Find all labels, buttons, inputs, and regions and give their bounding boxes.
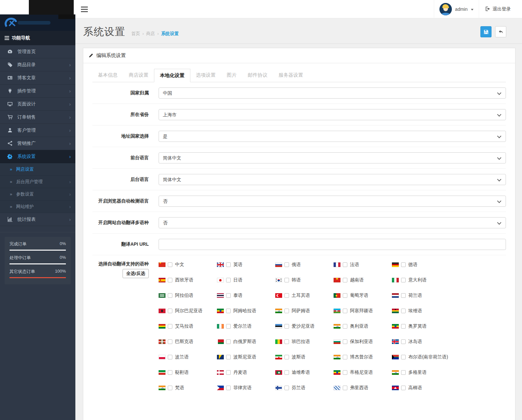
stat-value: 0% <box>60 255 66 261</box>
sidebar-submenu-settings: »网店设置»后台用户管理›»参数设置›»网站维护› <box>0 163 75 213</box>
language-checkbox-16[interactable] <box>226 309 231 313</box>
language-checkbox-37[interactable] <box>284 370 289 375</box>
language-item: 艾马拉语 <box>159 323 217 329</box>
field-select-browser-detect-language[interactable]: 否 <box>159 196 506 207</box>
field-select-frontend-language[interactable]: 简体中文 <box>159 152 506 163</box>
language-checkbox-25[interactable] <box>168 339 172 344</box>
sidebar-subitem-store-settings[interactable]: »网店设置 <box>0 163 75 176</box>
language-item: 意大利语 <box>392 277 450 283</box>
language-checkbox-4[interactable] <box>401 262 406 267</box>
language-checkbox-2[interactable] <box>284 262 289 267</box>
flag-bg-icon <box>334 339 340 344</box>
back-button[interactable] <box>495 26 506 37</box>
sidebar-item-reports[interactable]: 统计报表› <box>0 213 75 226</box>
language-checkbox-43[interactable] <box>343 386 347 390</box>
field-input-translate-api-url[interactable] <box>159 239 506 250</box>
menu-toggle-button[interactable] <box>75 0 93 18</box>
tab-images[interactable]: 图片 <box>221 69 242 82</box>
language-checkbox-18[interactable] <box>343 309 347 313</box>
language-checkbox-11[interactable] <box>226 293 231 298</box>
language-checkbox-40[interactable] <box>168 386 172 390</box>
language-checkbox-12[interactable] <box>284 293 289 298</box>
language-checkbox-6[interactable] <box>226 278 231 282</box>
language-checkbox-17[interactable] <box>284 309 289 313</box>
language-checkbox-39[interactable] <box>401 370 406 375</box>
language-label: 多格里语 <box>408 370 427 375</box>
language-checkbox-41[interactable] <box>226 386 231 390</box>
field-select-province[interactable]: 上海市 <box>159 109 506 120</box>
flag-jp-icon <box>217 278 224 282</box>
language-item: 西班牙语 <box>159 277 217 283</box>
language-checkbox-35[interactable] <box>168 370 172 375</box>
language-checkbox-32[interactable] <box>284 355 289 359</box>
sidebar-subitem-parameters[interactable]: »参数设置› <box>0 188 75 200</box>
language-checkbox-14[interactable] <box>401 293 406 298</box>
language-checkbox-5[interactable] <box>168 278 172 282</box>
language-checkbox-22[interactable] <box>284 324 289 329</box>
sidebar-item-catalog[interactable]: 商品目录› <box>0 58 75 71</box>
language-checkbox-23[interactable] <box>343 324 347 329</box>
breadcrumb-item[interactable]: 商店 <box>146 31 155 36</box>
sidebar-item-customers[interactable]: 客户管理› <box>0 124 75 137</box>
tab-options[interactable]: 选项设置 <box>190 69 221 82</box>
language-checkbox-28[interactable] <box>343 339 347 344</box>
stat-value: 100% <box>55 269 66 275</box>
language-checkbox-1[interactable] <box>226 262 231 267</box>
language-checkbox-34[interactable] <box>401 355 406 359</box>
language-checkbox-8[interactable] <box>343 278 347 282</box>
toggle-all-button[interactable]: 全选/反选 <box>123 269 149 278</box>
field-select-auto-translate[interactable]: 否 <box>159 217 506 228</box>
language-checkbox-27[interactable] <box>284 339 289 344</box>
breadcrumb: 首页›商店›系统设置 <box>131 31 179 37</box>
admin-dropdown[interactable]: admin <box>434 0 479 18</box>
sidebar-item-blog[interactable]: 博客文章› <box>0 71 75 85</box>
language-checkbox-29[interactable] <box>401 339 406 344</box>
language-checkbox-33[interactable] <box>343 355 347 359</box>
language-checkbox-24[interactable] <box>401 324 406 329</box>
sidebar-item-marketing[interactable]: 营销推广› <box>0 137 75 150</box>
flag-gh-icon <box>392 309 399 313</box>
save-button[interactable] <box>480 26 492 37</box>
sidebar-item-page-design[interactable]: 页面设计› <box>0 98 75 111</box>
language-item: 多格里语 <box>392 370 450 375</box>
sidebar-item-orders[interactable]: 订单销售› <box>0 111 75 124</box>
language-checkbox-3[interactable] <box>343 262 347 267</box>
language-checkbox-30[interactable] <box>168 355 172 359</box>
nav-bars-icon <box>5 36 9 40</box>
sidebar-subitem-admin-users[interactable]: »后台用户管理› <box>0 176 75 188</box>
language-checkbox-7[interactable] <box>284 278 289 282</box>
tab-mail[interactable]: 邮件协议 <box>242 69 273 82</box>
language-checkbox-20[interactable] <box>168 324 172 329</box>
undo-arrow-icon <box>498 29 504 35</box>
language-checkbox-0[interactable] <box>168 262 172 267</box>
field-select-backend-language[interactable]: 简体中文 <box>159 174 506 185</box>
language-checkbox-9[interactable] <box>401 278 406 282</box>
language-checkbox-31[interactable] <box>226 355 231 359</box>
tab-localization[interactable]: 本地化设置 <box>154 69 190 82</box>
language-checkbox-42[interactable] <box>284 386 289 390</box>
language-checkbox-38[interactable] <box>343 370 347 375</box>
language-checkbox-13[interactable] <box>343 293 347 298</box>
tab-basic[interactable]: 基本信息 <box>92 69 123 82</box>
sidebar-item-settings[interactable]: 系统设置› <box>0 150 75 163</box>
sidebar-item-home[interactable]: 管理首页 <box>0 45 75 58</box>
tab-server[interactable]: 服务器设置 <box>273 69 309 82</box>
field-control: 否 <box>159 217 506 228</box>
language-checkbox-44[interactable] <box>401 386 406 390</box>
sidebar-item-plugins[interactable]: 插件管理› <box>0 85 75 98</box>
field-select-country[interactable]: 中国 <box>159 87 506 99</box>
flag-in-icon <box>159 386 165 390</box>
language-label: 阿塞拜疆语 <box>350 308 373 314</box>
logout-button[interactable]: 退出登录 <box>479 6 512 12</box>
sidebar-subitem-label: 后台用户管理 <box>16 179 69 185</box>
language-checkbox-10[interactable] <box>168 293 172 298</box>
breadcrumb-item[interactable]: 首页 <box>131 31 140 36</box>
field-select-address-country[interactable]: 是 <box>159 131 506 142</box>
language-checkbox-36[interactable] <box>226 370 231 375</box>
language-checkbox-15[interactable] <box>168 309 172 313</box>
language-checkbox-19[interactable] <box>401 309 406 313</box>
sidebar-subitem-maintenance[interactable]: »网站维护› <box>0 200 75 213</box>
language-checkbox-26[interactable] <box>226 339 231 344</box>
language-checkbox-21[interactable] <box>226 324 231 329</box>
tab-store[interactable]: 商店设置 <box>123 69 154 82</box>
